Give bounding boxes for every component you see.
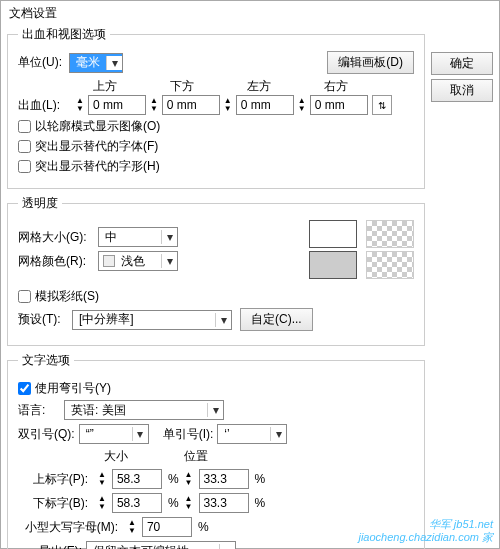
bleed-view-group: 出血和视图选项 单位(U): 毫米 ▾ 编辑画板(D) 上方 下方 左方	[7, 26, 425, 189]
col-pos: 位置	[184, 448, 208, 465]
main-area: 出血和视图选项 单位(U): 毫米 ▾ 编辑画板(D) 上方 下方 左方	[1, 26, 499, 549]
stepper-icon[interactable]: ▲▼	[76, 97, 84, 113]
chevron-down-icon: ▾	[161, 230, 177, 244]
dquote-label: 双引号(Q):	[18, 426, 75, 443]
fonts-checkbox[interactable]	[18, 140, 31, 153]
stepper-icon[interactable]: ▲▼	[150, 97, 158, 113]
pct-label: %	[168, 496, 179, 510]
stepper-icon[interactable]: ▲▼	[185, 471, 193, 487]
smallcap-input[interactable]	[142, 517, 192, 537]
stepper-icon[interactable]: ▲▼	[98, 495, 106, 511]
unit-label: 单位(U):	[18, 55, 62, 69]
color-swatch-icon	[103, 255, 115, 267]
chain-link-icon[interactable]: ⇅	[372, 95, 392, 115]
ok-button[interactable]: 确定	[431, 52, 493, 75]
transparency-swatches	[309, 220, 414, 282]
sub-label: 下标字(B):	[18, 495, 88, 512]
pct-label: %	[255, 496, 266, 510]
language-dropdown[interactable]: 英语: 美国 ▾	[64, 400, 224, 420]
fonts-label: 突出显示替代的字体(F)	[35, 138, 158, 155]
grid-size-dropdown[interactable]: 中 ▾	[98, 227, 178, 247]
outline-checkbox[interactable]	[18, 120, 31, 133]
chevron-down-icon: ▾	[207, 403, 223, 417]
dquote-dropdown[interactable]: “” ▾	[79, 424, 149, 444]
right-column: 确定 取消	[431, 26, 493, 549]
stepper-icon[interactable]: ▲▼	[98, 471, 106, 487]
stepper-icon[interactable]: ▲▼	[128, 519, 136, 535]
bleed-left-input[interactable]	[236, 95, 294, 115]
dialog-title: 文档设置	[1, 1, 499, 26]
cancel-button[interactable]: 取消	[431, 79, 493, 102]
left-column: 出血和视图选项 单位(U): 毫米 ▾ 编辑画板(D) 上方 下方 左方	[7, 26, 425, 549]
bleed-right-input[interactable]	[310, 95, 368, 115]
col-size: 大小	[104, 448, 128, 465]
checker-preview-1	[366, 220, 414, 248]
sub-pos-input[interactable]	[199, 493, 249, 513]
custom-button[interactable]: 自定(C)...	[240, 308, 313, 331]
chevron-down-icon: ▾	[161, 254, 177, 268]
edit-artboard-button[interactable]: 编辑画板(D)	[327, 51, 414, 74]
chevron-down-icon: ▾	[270, 427, 286, 441]
pct-label: %	[255, 472, 266, 486]
super-label: 上标字(P):	[18, 471, 88, 488]
bleed-legend: 出血和视图选项	[18, 26, 110, 43]
stepper-icon[interactable]: ▲▼	[185, 495, 193, 511]
hdr-left: 左方	[230, 78, 288, 95]
chevron-down-icon: ▾	[132, 427, 148, 441]
super-size-input[interactable]	[112, 469, 162, 489]
document-setup-dialog: 文档设置 出血和视图选项 单位(U): 毫米 ▾ 编辑画板(D)	[0, 0, 500, 549]
hdr-bottom: 下方	[153, 78, 211, 95]
simulate-paper-checkbox[interactable]	[18, 290, 31, 303]
transparency-legend: 透明度	[18, 195, 62, 212]
pct-label: %	[198, 520, 209, 534]
bleed-bottom-input[interactable]	[162, 95, 220, 115]
grid-color-dropdown[interactable]: 浅色 ▾	[98, 251, 178, 271]
swatch-gray[interactable]	[309, 251, 357, 279]
grid-size-label: 网格大小(G):	[18, 229, 94, 246]
language-label: 语言:	[18, 402, 60, 419]
export-dropdown[interactable]: 保留文本可编辑性 ▾	[86, 541, 236, 549]
bleed-label: 出血(L):	[18, 97, 68, 114]
smartquotes-checkbox[interactable]	[18, 382, 31, 395]
unit-dropdown[interactable]: 毫米 ▾	[69, 53, 123, 73]
grid-color-label: 网格颜色(R):	[18, 253, 94, 270]
sub-size-input[interactable]	[112, 493, 162, 513]
chevron-down-icon: ▾	[106, 56, 122, 70]
transparency-group: 透明度 网格大小(G): 中 ▾ 网格颜色(R):	[7, 195, 425, 346]
pct-label: %	[168, 472, 179, 486]
preset-label: 预设(T):	[18, 311, 68, 328]
hdr-right: 右方	[307, 78, 365, 95]
squote-dropdown[interactable]: ‘’ ▾	[217, 424, 287, 444]
checker-preview-2	[366, 251, 414, 279]
glyphs-checkbox[interactable]	[18, 160, 31, 173]
swatch-white[interactable]	[309, 220, 357, 248]
squote-label: 单引号(I):	[163, 426, 214, 443]
outline-label: 以轮廓模式显示图像(O)	[35, 118, 160, 135]
simulate-paper-label: 模拟彩纸(S)	[35, 288, 99, 305]
chevron-down-icon: ▾	[219, 544, 235, 549]
preset-dropdown[interactable]: [中分辨率] ▾	[72, 310, 232, 330]
chevron-down-icon: ▾	[215, 313, 231, 327]
super-pos-input[interactable]	[199, 469, 249, 489]
glyphs-label: 突出显示替代的字形(H)	[35, 158, 160, 175]
text-options-group: 文字选项 使用弯引号(Y) 语言: 英语: 美国 ▾ 双引号(Q): “” ▾	[7, 352, 425, 549]
smallcap-label: 小型大写字母(M):	[18, 519, 118, 536]
export-label: 导出(E):	[18, 543, 82, 550]
unit-row: 单位(U): 毫米 ▾	[18, 53, 123, 73]
hdr-top: 上方	[76, 78, 134, 95]
smartquotes-label: 使用弯引号(Y)	[35, 380, 111, 397]
text-legend: 文字选项	[18, 352, 74, 369]
bleed-headers: 上方 下方 左方 右方	[76, 78, 414, 95]
stepper-icon[interactable]: ▲▼	[224, 97, 232, 113]
stepper-icon[interactable]: ▲▼	[298, 97, 306, 113]
bleed-top-input[interactable]	[88, 95, 146, 115]
